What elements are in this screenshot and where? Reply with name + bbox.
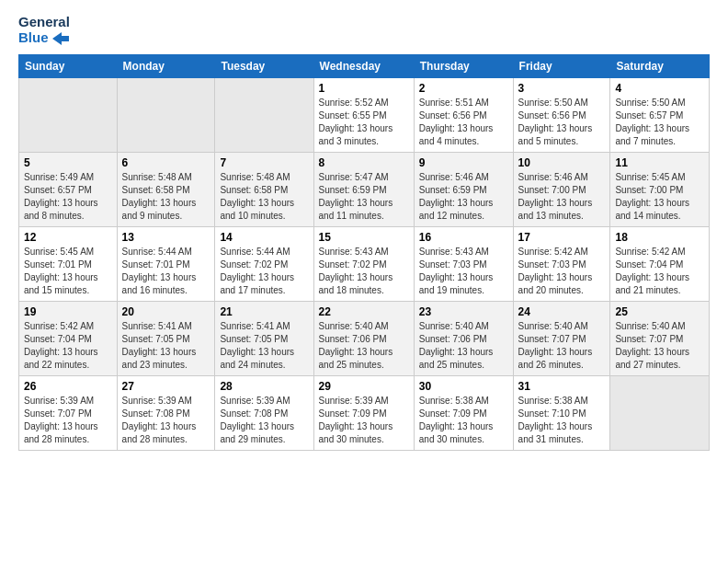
- day-info: Sunrise: 5:38 AMSunset: 7:09 PMDaylight:…: [419, 396, 494, 444]
- svg-marker-0: [52, 32, 69, 45]
- calendar-cell: [117, 78, 215, 153]
- day-info: Sunrise: 5:39 AMSunset: 7:08 PMDaylight:…: [122, 396, 197, 444]
- day-number: 17: [518, 231, 606, 244]
- logo-text: General Blue: [18, 15, 70, 45]
- day-number: 15: [319, 231, 409, 244]
- day-info: Sunrise: 5:50 AMSunset: 6:56 PMDaylight:…: [518, 98, 593, 146]
- calendar-cell: 25 Sunrise: 5:40 AMSunset: 7:07 PMDaylig…: [610, 302, 710, 376]
- day-info: Sunrise: 5:41 AMSunset: 7:05 PMDaylight:…: [220, 321, 294, 370]
- calendar-week-3: 12 Sunrise: 5:45 AMSunset: 7:01 PMDaylig…: [19, 227, 710, 302]
- calendar-cell: 28 Sunrise: 5:39 AMSunset: 7:08 PMDaylig…: [215, 376, 313, 451]
- calendar-cell: 31 Sunrise: 5:38 AMSunset: 7:10 PMDaylig…: [513, 376, 610, 451]
- day-info: Sunrise: 5:40 AMSunset: 7:06 PMDaylight:…: [319, 321, 393, 370]
- logo: General Blue: [18, 15, 70, 45]
- day-info: Sunrise: 5:38 AMSunset: 7:10 PMDaylight:…: [518, 396, 593, 444]
- calendar-cell: 23 Sunrise: 5:40 AMSunset: 7:06 PMDaylig…: [414, 302, 513, 376]
- day-info: Sunrise: 5:39 AMSunset: 7:09 PMDaylight:…: [319, 396, 393, 444]
- weekday-header-tuesday: Tuesday: [215, 55, 313, 78]
- calendar-cell: 6 Sunrise: 5:48 AMSunset: 6:58 PMDayligh…: [117, 153, 215, 227]
- calendar-week-1: 1 Sunrise: 5:52 AMSunset: 6:55 PMDayligh…: [19, 78, 710, 153]
- weekday-header-saturday: Saturday: [610, 55, 710, 78]
- day-number: 26: [24, 380, 112, 393]
- calendar-cell: 27 Sunrise: 5:39 AMSunset: 7:08 PMDaylig…: [117, 376, 215, 451]
- calendar-table: SundayMondayTuesdayWednesdayThursdayFrid…: [18, 54, 710, 451]
- day-info: Sunrise: 5:46 AMSunset: 6:59 PMDaylight:…: [419, 172, 494, 221]
- calendar-week-4: 19 Sunrise: 5:42 AMSunset: 7:04 PMDaylig…: [19, 302, 710, 376]
- calendar-week-2: 5 Sunrise: 5:49 AMSunset: 6:57 PMDayligh…: [19, 153, 710, 227]
- calendar-cell: [610, 376, 710, 451]
- weekday-header-thursday: Thursday: [414, 55, 513, 78]
- day-number: 29: [319, 380, 409, 393]
- day-info: Sunrise: 5:45 AMSunset: 7:01 PMDaylight:…: [24, 247, 98, 295]
- calendar-cell: 2 Sunrise: 5:51 AMSunset: 6:56 PMDayligh…: [414, 78, 513, 153]
- calendar-cell: 1 Sunrise: 5:52 AMSunset: 6:55 PMDayligh…: [313, 78, 414, 153]
- calendar-cell: 10 Sunrise: 5:46 AMSunset: 7:00 PMDaylig…: [513, 153, 610, 227]
- day-number: 20: [122, 305, 210, 318]
- weekday-header-sunday: Sunday: [19, 55, 118, 78]
- day-info: Sunrise: 5:44 AMSunset: 7:02 PMDaylight:…: [220, 247, 294, 295]
- calendar-cell: 21 Sunrise: 5:41 AMSunset: 7:05 PMDaylig…: [215, 302, 313, 376]
- calendar-week-5: 26 Sunrise: 5:39 AMSunset: 7:07 PMDaylig…: [19, 376, 710, 451]
- day-info: Sunrise: 5:43 AMSunset: 7:03 PMDaylight:…: [419, 247, 494, 295]
- calendar-cell: 9 Sunrise: 5:46 AMSunset: 6:59 PMDayligh…: [414, 153, 513, 227]
- calendar-cell: 24 Sunrise: 5:40 AMSunset: 7:07 PMDaylig…: [513, 302, 610, 376]
- day-number: 11: [615, 156, 704, 169]
- calendar-cell: 19 Sunrise: 5:42 AMSunset: 7:04 PMDaylig…: [19, 302, 118, 376]
- calendar-cell: 4 Sunrise: 5:50 AMSunset: 6:57 PMDayligh…: [610, 78, 710, 153]
- calendar-cell: 11 Sunrise: 5:45 AMSunset: 7:00 PMDaylig…: [610, 153, 710, 227]
- day-info: Sunrise: 5:48 AMSunset: 6:58 PMDaylight:…: [220, 172, 294, 221]
- day-number: 22: [319, 305, 409, 318]
- day-info: Sunrise: 5:42 AMSunset: 7:04 PMDaylight:…: [615, 247, 689, 295]
- day-info: Sunrise: 5:45 AMSunset: 7:00 PMDaylight:…: [615, 172, 689, 221]
- day-number: 10: [518, 156, 606, 169]
- calendar-cell: 8 Sunrise: 5:47 AMSunset: 6:59 PMDayligh…: [313, 153, 414, 227]
- page-header: General Blue: [18, 15, 710, 45]
- weekday-header-friday: Friday: [513, 55, 610, 78]
- day-number: 23: [419, 305, 508, 318]
- day-number: 14: [220, 231, 308, 244]
- calendar-cell: 14 Sunrise: 5:44 AMSunset: 7:02 PMDaylig…: [215, 227, 313, 302]
- day-number: 30: [419, 380, 508, 393]
- calendar-cell: 29 Sunrise: 5:39 AMSunset: 7:09 PMDaylig…: [313, 376, 414, 451]
- day-number: 18: [615, 231, 704, 244]
- calendar-cell: 30 Sunrise: 5:38 AMSunset: 7:09 PMDaylig…: [414, 376, 513, 451]
- day-info: Sunrise: 5:43 AMSunset: 7:02 PMDaylight:…: [319, 247, 393, 295]
- day-number: 6: [122, 156, 210, 169]
- day-number: 27: [122, 380, 210, 393]
- day-number: 12: [24, 231, 112, 244]
- calendar-cell: 22 Sunrise: 5:40 AMSunset: 7:06 PMDaylig…: [313, 302, 414, 376]
- calendar-cell: 20 Sunrise: 5:41 AMSunset: 7:05 PMDaylig…: [117, 302, 215, 376]
- day-info: Sunrise: 5:50 AMSunset: 6:57 PMDaylight:…: [615, 98, 689, 146]
- day-number: 28: [220, 380, 308, 393]
- day-info: Sunrise: 5:40 AMSunset: 7:07 PMDaylight:…: [615, 321, 689, 370]
- day-number: 2: [419, 82, 508, 95]
- day-number: 7: [220, 156, 308, 169]
- day-info: Sunrise: 5:42 AMSunset: 7:03 PMDaylight:…: [518, 247, 593, 295]
- calendar-cell: 15 Sunrise: 5:43 AMSunset: 7:02 PMDaylig…: [313, 227, 414, 302]
- weekday-header-wednesday: Wednesday: [313, 55, 414, 78]
- day-number: 3: [518, 82, 606, 95]
- day-info: Sunrise: 5:42 AMSunset: 7:04 PMDaylight:…: [24, 321, 98, 370]
- day-number: 1: [319, 82, 409, 95]
- day-info: Sunrise: 5:39 AMSunset: 7:08 PMDaylight:…: [220, 396, 294, 444]
- day-info: Sunrise: 5:51 AMSunset: 6:56 PMDaylight:…: [419, 98, 494, 146]
- day-number: 19: [24, 305, 112, 318]
- weekday-header-monday: Monday: [117, 55, 215, 78]
- calendar-cell: 5 Sunrise: 5:49 AMSunset: 6:57 PMDayligh…: [19, 153, 118, 227]
- day-info: Sunrise: 5:49 AMSunset: 6:57 PMDaylight:…: [24, 172, 98, 221]
- day-number: 8: [319, 156, 409, 169]
- day-info: Sunrise: 5:52 AMSunset: 6:55 PMDaylight:…: [319, 98, 393, 146]
- day-number: 13: [122, 231, 210, 244]
- day-number: 4: [615, 82, 704, 95]
- calendar-cell: 26 Sunrise: 5:39 AMSunset: 7:07 PMDaylig…: [19, 376, 118, 451]
- calendar-cell: 13 Sunrise: 5:44 AMSunset: 7:01 PMDaylig…: [117, 227, 215, 302]
- day-info: Sunrise: 5:48 AMSunset: 6:58 PMDaylight:…: [122, 172, 197, 221]
- calendar-cell: 16 Sunrise: 5:43 AMSunset: 7:03 PMDaylig…: [414, 227, 513, 302]
- calendar-cell: 18 Sunrise: 5:42 AMSunset: 7:04 PMDaylig…: [610, 227, 710, 302]
- day-number: 31: [518, 380, 606, 393]
- calendar-cell: [215, 78, 313, 153]
- day-info: Sunrise: 5:40 AMSunset: 7:06 PMDaylight:…: [419, 321, 494, 370]
- day-info: Sunrise: 5:39 AMSunset: 7:07 PMDaylight:…: [24, 396, 98, 444]
- day-info: Sunrise: 5:41 AMSunset: 7:05 PMDaylight:…: [122, 321, 197, 370]
- calendar-cell: 12 Sunrise: 5:45 AMSunset: 7:01 PMDaylig…: [19, 227, 118, 302]
